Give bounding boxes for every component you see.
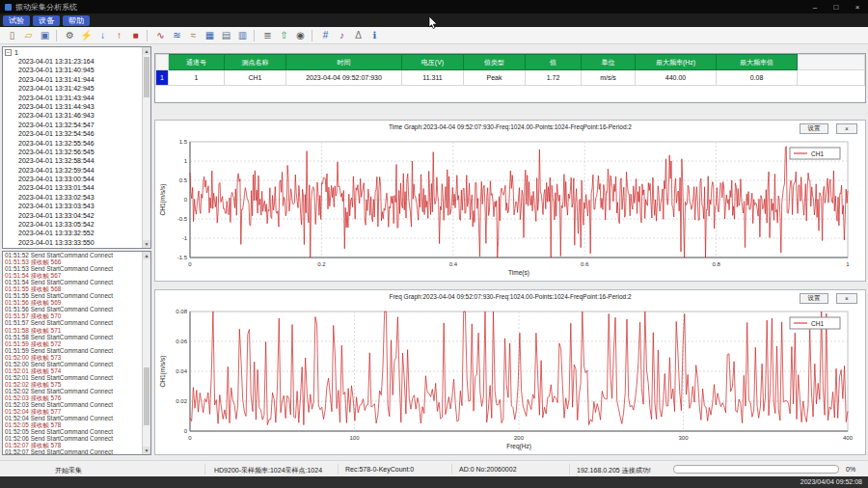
log-line[interactable]: 01:52:00 Send StartCommand Connect: [3, 361, 150, 367]
data-table-icon[interactable]: ▥: [234, 29, 251, 42]
log-line[interactable]: 01:51:59 Send StartCommand Connect: [3, 347, 150, 354]
table-cell[interactable]: 11.311: [402, 70, 464, 86]
log-line[interactable]: 01:51:56 Send StartCommand Connect: [3, 306, 150, 312]
trend-graph-icon[interactable]: ≈: [185, 29, 202, 42]
table-row-header[interactable]: 1: [156, 70, 169, 86]
log-line[interactable]: 01:51:54 接收帧 567: [3, 272, 150, 279]
tree-item[interactable]: 2023-04-01 13:32:56:545: [3, 148, 150, 156]
tree-item[interactable]: 2023-04-01 13:32:54:546: [3, 129, 150, 138]
tree-item[interactable]: 2023-04-01 13:31:42:945: [3, 84, 150, 93]
tree-item[interactable]: 2023-04-01 13:31:40:945: [3, 66, 150, 74]
new-file-icon[interactable]: ▯: [4, 29, 20, 42]
log-line[interactable]: 01:52:05 Send StartCommand Connect: [3, 428, 150, 435]
tree-item[interactable]: 2023-04-01 13:33:05:542: [3, 220, 150, 229]
maximize-button[interactable]: □: [826, 0, 847, 14]
log-line[interactable]: 01:52:01 Send StartCommand Connect: [3, 374, 150, 381]
tree-root[interactable]: − 1: [3, 47, 150, 57]
log-line[interactable]: 01:52:02 接收帧 575: [3, 381, 150, 388]
time-graph-icon[interactable]: ∿: [152, 29, 169, 42]
save-icon[interactable]: ▣: [37, 29, 53, 42]
open-folder-icon[interactable]: ▱: [20, 29, 37, 42]
table-cell[interactable]: Peak: [464, 70, 526, 86]
log-line[interactable]: 01:51:53 Send StartCommand Connect: [3, 265, 150, 272]
log-line[interactable]: 01:51:57 Send StartCommand Connect: [3, 319, 150, 326]
tree-item[interactable]: 2023-04-01 13:31:23:164: [3, 57, 150, 66]
log-line[interactable]: 01:52:07 Send StartCommand Connect: [3, 448, 150, 455]
tree-item[interactable]: 2023-04-01 13:31:43:944: [3, 94, 150, 102]
freq-graph-close-button[interactable]: ×: [836, 293, 857, 304]
stop-icon[interactable]: ■: [127, 29, 144, 42]
tree-item[interactable]: 2023-04-01 13:32:55:546: [3, 139, 150, 148]
table-cell[interactable]: 2023-04-04 09:52:07:930: [286, 70, 402, 86]
tree-item[interactable]: 2023-04-01 13:33:00:544: [3, 175, 150, 183]
log-line[interactable]: 01:52:04 Send StartCommand Connect: [3, 415, 150, 421]
menu-help[interactable]: 帮助: [63, 15, 90, 26]
minimize-button[interactable]: –: [804, 0, 826, 14]
about-icon[interactable]: ℹ: [366, 29, 383, 42]
grid-icon[interactable]: #: [317, 29, 334, 42]
table-cell[interactable]: m/s/s: [582, 70, 636, 86]
scroll-thumb[interactable]: [144, 367, 149, 425]
log-line[interactable]: 01:52:04 接收帧 577: [3, 408, 150, 415]
scroll-thumb[interactable]: [144, 57, 149, 97]
table-cell[interactable]: 0.08: [717, 70, 798, 86]
log-line[interactable]: 01:52:03 接收帧 576: [3, 394, 150, 401]
tree-item[interactable]: 2023-04-01 13:33:02:543: [3, 193, 150, 202]
close-button[interactable]: ×: [847, 0, 868, 14]
time-graph-close-button[interactable]: ×: [836, 123, 857, 134]
settings-icon[interactable]: ⚙: [62, 29, 78, 42]
tree-item[interactable]: 2023-04-01 13:33:03:543: [3, 202, 150, 210]
export-icon[interactable]: ⇧: [276, 29, 292, 42]
time-graph-settings-button[interactable]: 设置: [800, 123, 828, 134]
report-icon[interactable]: ≣: [259, 29, 276, 42]
tree-item[interactable]: 2023-04-01 13:33:32:552: [3, 229, 150, 237]
tree-collapse-icon[interactable]: −: [5, 49, 12, 56]
device-connect-icon[interactable]: ⚡: [78, 29, 95, 42]
tree-item[interactable]: 2023-04-01 13:32:58:544: [3, 156, 150, 165]
tree-item[interactable]: 2023-04-01 13:33:04:542: [3, 211, 150, 220]
tree-item[interactable]: 2023-04-01 13:31:41:944: [3, 75, 150, 84]
log-line[interactable]: 01:51:59 接收帧 572: [3, 340, 150, 347]
snapshot-icon[interactable]: ◉: [292, 29, 309, 42]
table-cell[interactable]: 1.72: [526, 70, 582, 86]
log-line[interactable]: 01:51:54 Send StartCommand Connect: [3, 279, 150, 285]
scroll-down-icon[interactable]: ▼: [143, 240, 150, 248]
stop-acquisition-icon[interactable]: ↑: [111, 29, 127, 42]
log-line[interactable]: 01:51:52 Send StartCommand Connect: [3, 252, 150, 258]
log-line[interactable]: 01:52:07 接收帧 578: [3, 442, 150, 448]
log-line[interactable]: 01:52:01 接收帧 574: [3, 367, 150, 374]
freq-graph-icon[interactable]: ≋: [169, 29, 185, 42]
log-line[interactable]: 01:51:57 接收帧 570: [3, 312, 150, 319]
scroll-up-icon[interactable]: ▲: [143, 47, 150, 55]
list-view-icon[interactable]: ▤: [218, 29, 234, 42]
note-icon[interactable]: ♪: [334, 29, 350, 42]
log-line[interactable]: 01:52:06 Send StartCommand Connect: [3, 435, 150, 442]
bar-graph-icon[interactable]: ▦: [202, 29, 218, 42]
log-line[interactable]: 01:52:03 Send StartCommand Connect: [3, 401, 150, 408]
table-cell[interactable]: 1: [169, 70, 225, 86]
log-line[interactable]: 01:51:56 接收帧 569: [3, 299, 150, 306]
log-line[interactable]: 01:51:55 接收帧 568: [3, 285, 150, 292]
tree-scrollbar[interactable]: ▲ ▼: [142, 47, 150, 248]
tree-item[interactable]: 2023-04-01 13:32:54:547: [3, 121, 150, 129]
log-line[interactable]: 01:52:00 接收帧 573: [3, 354, 150, 361]
log-line[interactable]: 01:51:58 Send StartCommand Connect: [3, 334, 150, 340]
menu-device[interactable]: 设备: [33, 15, 60, 26]
tree-item[interactable]: 2023-04-01 13:31:46:943: [3, 111, 150, 120]
log-line[interactable]: 01:52:02 Send StartCommand Connect: [3, 388, 150, 394]
log-line[interactable]: 01:51:58 接收帧 571: [3, 327, 150, 334]
tree-item[interactable]: 2023-04-01 13:31:44:943: [3, 102, 150, 111]
log-line[interactable]: 01:51:55 Send StartCommand Connect: [3, 292, 150, 299]
menu-test[interactable]: 试验: [3, 15, 30, 26]
freq-graph-settings-button[interactable]: 设置: [800, 293, 828, 304]
tree-item[interactable]: 2023-04-01 13:32:59:544: [3, 166, 150, 175]
calibration-icon[interactable]: Δ: [350, 29, 366, 42]
table-cell[interactable]: CH1: [225, 70, 286, 86]
log-scrollbar[interactable]: ▲ ▼: [142, 252, 150, 454]
scroll-up-icon[interactable]: ▲: [143, 252, 150, 259]
start-acquisition-icon[interactable]: ↓: [95, 29, 111, 42]
table-cell[interactable]: 440.00: [636, 70, 717, 86]
scroll-down-icon[interactable]: ▼: [143, 447, 150, 454]
log-line[interactable]: 01:52:05 接收帧 578: [3, 421, 150, 428]
tree-item[interactable]: 2023-04-01 13:33:01:544: [3, 183, 150, 192]
